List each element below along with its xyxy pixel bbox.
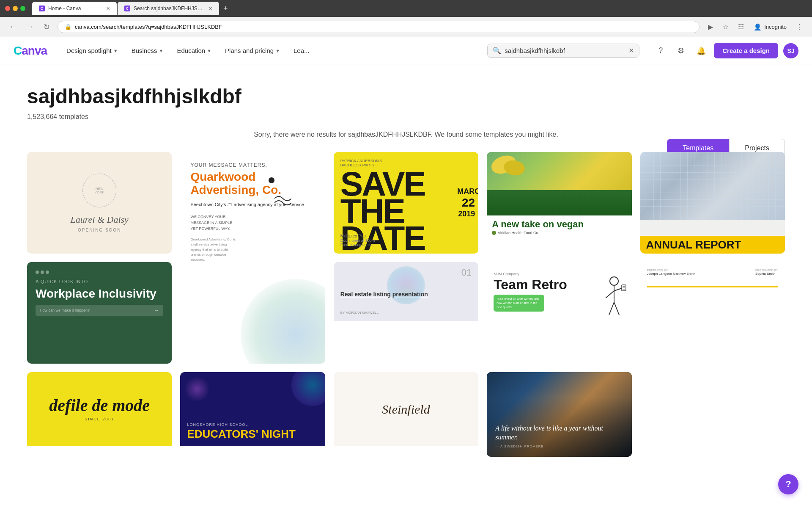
template-card-real-estate[interactable]: 01 Real estate listing presentation BY M… bbox=[334, 262, 478, 364]
template-card-report2[interactable]: PREPARED BY Joseph Langdon Matthew Smith… bbox=[640, 262, 785, 364]
browser-toolbar-icons: ▶ ☆ ☷ 👤 Incognito ⋮ bbox=[705, 21, 805, 33]
avatar-initials: SJ bbox=[787, 47, 794, 54]
nav-business[interactable]: Business ▼ bbox=[126, 44, 170, 58]
template-card-save-date[interactable]: PATRICK ANDERSON'SBACHELOR PARTY SAVETHE… bbox=[334, 152, 478, 254]
browser-tab-search-close[interactable]: ✕ bbox=[208, 6, 212, 11]
vegan-brand-name: Viridian Health Food Co. bbox=[498, 231, 539, 235]
browser-tab-home[interactable]: C Home - Canva ✕ bbox=[32, 2, 117, 15]
nav-design-spotlight[interactable]: Design spotlight ▼ bbox=[60, 44, 124, 58]
browser-tab-search[interactable]: C Search sajdhbasJKDFHHJSLK... ✕ bbox=[118, 2, 219, 15]
notifications-icon-button[interactable]: 🔔 bbox=[694, 43, 709, 58]
workplace-question: How can we make it happen? bbox=[40, 308, 90, 312]
dot-2 bbox=[41, 271, 44, 274]
browser-window-controls bbox=[5, 6, 25, 11]
template-card-defile[interactable]: defile de mode SINCE 2001 bbox=[27, 372, 172, 457]
minimize-window-button[interactable] bbox=[13, 6, 18, 11]
tab-favicon-search: C bbox=[124, 6, 130, 11]
workplace-title: Workplace Inclusivity bbox=[36, 287, 163, 300]
search-heading: sajdhbasjkdfhhjslkdbf bbox=[27, 85, 785, 108]
browser-menu-button[interactable]: ⋮ bbox=[793, 21, 805, 33]
annual-building-photo bbox=[640, 152, 785, 220]
quarkwood-company: Quarkwood Advertising, Co. bbox=[190, 171, 315, 197]
save-date-event-info: Multiplex Pub Doors open at 10pmFree-flo… bbox=[340, 234, 375, 247]
steinfield-title: Steinfield bbox=[382, 402, 430, 417]
template-card-workplace[interactable]: A QUICK LOOK INTO Workplace Inclusivity … bbox=[27, 262, 172, 364]
bookmark-icon[interactable]: ☆ bbox=[720, 21, 732, 33]
quarkwood-wave-decoration bbox=[274, 194, 291, 209]
annual-building-grid bbox=[640, 152, 785, 220]
help-icon-button[interactable]: ? bbox=[653, 43, 668, 58]
search-input[interactable] bbox=[505, 47, 625, 54]
nav-plans-pricing[interactable]: Plans and pricing ▼ bbox=[219, 44, 286, 58]
svg-line-5 bbox=[614, 302, 619, 315]
search-clear-icon[interactable]: ✕ bbox=[628, 47, 634, 55]
quarkwood-headline: YOUR MESSAGE MATTERS. bbox=[190, 162, 315, 168]
team-retro-speech-bubble: I can reflect on what worked and how we … bbox=[494, 295, 544, 311]
vegan-photo bbox=[487, 152, 631, 215]
back-button[interactable]: ← bbox=[7, 21, 19, 33]
settings-icon-button[interactable]: ⚙ bbox=[673, 43, 689, 58]
svg-line-4 bbox=[609, 302, 614, 315]
chevron-down-icon: ▼ bbox=[159, 48, 164, 53]
create-design-button[interactable]: Create a design bbox=[714, 43, 778, 58]
screen-share-icon[interactable]: ▶ bbox=[705, 21, 716, 33]
browser-tab-home-label: Home - Canva bbox=[48, 6, 103, 11]
laurel-circle-decoration: NEWYORK bbox=[82, 174, 116, 207]
report-prepared: PREPARED BY Joseph Langdon Matthew Smith bbox=[647, 269, 695, 276]
report-prepared-by: Joseph Langdon Matthew Smith bbox=[647, 272, 695, 276]
dot-1 bbox=[36, 271, 39, 274]
template-card-annual-report[interactable]: ANNUAL REPORT bbox=[640, 152, 785, 254]
life-quote: A life without love is like a year witho… bbox=[495, 424, 623, 442]
template-card-quarkwood[interactable]: YOUR MESSAGE MATTERS. Quarkwood Advertis… bbox=[180, 152, 325, 364]
team-retro-figure-svg bbox=[601, 275, 627, 321]
vegan-leaves bbox=[487, 190, 631, 215]
nav-education[interactable]: Education ▼ bbox=[171, 44, 217, 58]
search-icon: 🔍 bbox=[493, 47, 501, 55]
educators-school: LONGSHORE HIGH SCHOOL bbox=[187, 422, 318, 427]
svg-point-0 bbox=[610, 277, 618, 285]
maximize-window-button[interactable] bbox=[20, 6, 25, 11]
life-gradient-overlay bbox=[487, 372, 631, 457]
person-icon: 👤 bbox=[754, 23, 762, 31]
template-card-vegan[interactable]: A new take on vegan Viridian Health Food… bbox=[487, 152, 631, 254]
no-results-message: Sorry, there were no results for sajdhba… bbox=[27, 131, 785, 138]
real-estate-title: Real estate listing presentation bbox=[340, 291, 472, 298]
forward-button[interactable]: → bbox=[24, 21, 36, 33]
workplace-input-mock: How can we make it happen? → bbox=[36, 305, 163, 316]
nav-learn[interactable]: Lea... bbox=[288, 44, 315, 58]
browser-tab-home-close[interactable]: ✕ bbox=[106, 6, 110, 11]
tab-favicon-home: C bbox=[39, 6, 45, 11]
svg-line-3 bbox=[614, 288, 622, 291]
grid-icon[interactable]: ☷ bbox=[735, 21, 747, 33]
real-estate-author: BY MORGAN MAXWELL bbox=[340, 311, 472, 315]
address-bar[interactable]: 🔒 canva.com/search/templates?q=sajdhbasJ… bbox=[58, 21, 700, 33]
defile-since: SINCE 2001 bbox=[85, 417, 114, 421]
template-card-steinfield[interactable]: Steinfield bbox=[334, 372, 478, 457]
save-date-date-col: MARCH 22 2019 bbox=[457, 152, 478, 254]
browser-tab-search-label: Search sajdhbasJKDFHHJSLK... bbox=[134, 6, 205, 11]
template-card-educators[interactable]: LONGSHORE HIGH SCHOOL EDUCATORS' NIGHT bbox=[180, 372, 325, 457]
workplace-quick-look: A QUICK LOOK INTO bbox=[36, 279, 163, 284]
user-avatar[interactable]: SJ bbox=[783, 43, 798, 58]
defile-title: defile de mode bbox=[49, 398, 150, 414]
close-window-button[interactable] bbox=[5, 6, 10, 11]
template-card-life-quote[interactable]: A life without love is like a year witho… bbox=[487, 372, 631, 457]
canva-logo[interactable]: Canva bbox=[14, 44, 47, 58]
template-card-laurel[interactable]: NEWYORK Laurel & Daisy OPENING SOON bbox=[27, 152, 172, 254]
template-card-team-retro[interactable]: MJM Company Team Retro I can reflect on … bbox=[487, 262, 631, 364]
address-lock-icon: 🔒 bbox=[65, 24, 71, 30]
quarkwood-dot-decoration bbox=[269, 177, 274, 183]
educators-blob bbox=[291, 372, 325, 406]
result-count: 1,523,664 templates bbox=[27, 113, 785, 121]
browser-chrome: C Home - Canva ✕ C Search sajdhbasJKDFHH… bbox=[0, 0, 812, 17]
reload-button[interactable]: ↻ bbox=[41, 21, 52, 33]
help-button[interactable]: ? bbox=[778, 474, 798, 494]
new-tab-button[interactable]: + bbox=[220, 2, 231, 15]
quarkwood-tagline: Beechtown City's #1 advertising agency a… bbox=[190, 202, 315, 207]
chevron-down-icon: ▼ bbox=[113, 48, 118, 53]
laurel-subtitle: OPENING SOON bbox=[78, 228, 121, 232]
address-text: canva.com/search/templates?q=sajdhbasJKD… bbox=[75, 24, 692, 30]
search-bar[interactable]: 🔍 ✕ bbox=[487, 44, 639, 58]
nav-right-icons: ? ⚙ 🔔 Create a design SJ bbox=[653, 43, 798, 58]
educators-blob-2 bbox=[184, 376, 210, 402]
